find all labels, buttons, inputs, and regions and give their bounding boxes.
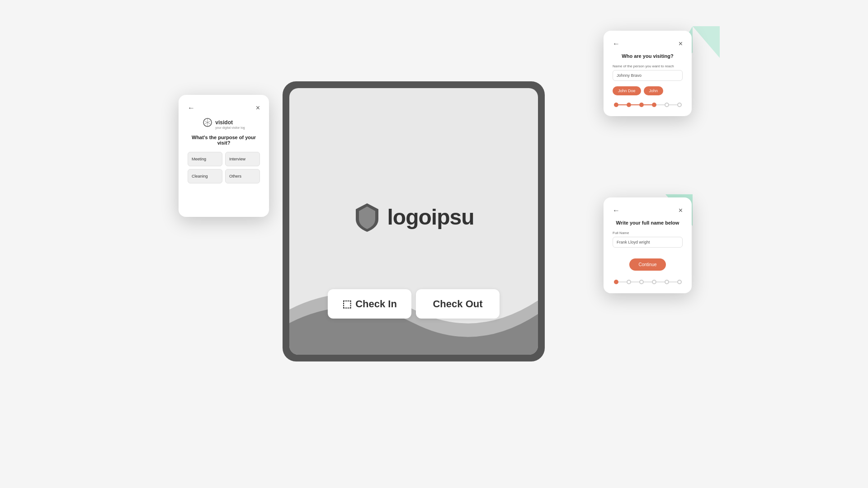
check-out-label: Check Out bbox=[433, 298, 482, 310]
dialog-fullname: ← × Write your full name below Full Name… bbox=[604, 197, 692, 293]
fullname-input[interactable] bbox=[613, 237, 683, 248]
dialog-fullname-header: ← × bbox=[613, 206, 683, 215]
purpose-interview-button[interactable]: Interview bbox=[225, 152, 260, 166]
progress-line-5 bbox=[669, 104, 677, 105]
dialog-visiting-header: ← × bbox=[613, 40, 683, 48]
svg-marker-0 bbox=[693, 26, 720, 58]
purpose-cleaning-button[interactable]: Cleaning bbox=[188, 169, 222, 183]
purpose-options-grid: Meeting Interview Cleaning Others bbox=[188, 152, 260, 183]
visidot-logo-group: visidot your digital visitor log bbox=[215, 118, 245, 129]
dialog-purpose-logo: visidot your digital visitor log bbox=[188, 117, 260, 129]
progress-line-3 bbox=[644, 104, 652, 105]
progress-dot-3 bbox=[639, 103, 644, 107]
visiting-progress-dots bbox=[613, 103, 683, 107]
fullname-progress-dot-1 bbox=[614, 280, 618, 284]
dialog-visiting-title: Who are you visiting? bbox=[613, 53, 683, 59]
progress-dot-2 bbox=[627, 103, 631, 107]
dialog-fullname-back-button[interactable]: ← bbox=[613, 206, 620, 215]
visiting-field-label: Name of the person you want to reach bbox=[613, 64, 683, 68]
fullname-progress-dot-3 bbox=[639, 280, 644, 284]
progress-line-2 bbox=[631, 104, 639, 105]
visidot-shield-icon bbox=[203, 117, 212, 129]
dialog-visiting: ← × Who are you visiting? Name of the pe… bbox=[604, 31, 692, 116]
visiting-name-input[interactable] bbox=[613, 70, 683, 81]
progress-dot-1 bbox=[614, 103, 618, 107]
suggestion-buttons: John Doe John bbox=[613, 86, 683, 95]
continue-button[interactable]: Continue bbox=[629, 258, 665, 271]
check-out-button[interactable]: Check Out bbox=[416, 289, 500, 319]
dialog-purpose: ← × visidot your digital visitor log Wha… bbox=[179, 95, 269, 217]
fullname-progress-line-5 bbox=[669, 282, 677, 282]
kiosk-logo-text: logoipsu bbox=[387, 205, 474, 230]
dialog-purpose-close-button[interactable]: × bbox=[256, 104, 260, 112]
fullname-progress-dots bbox=[613, 280, 683, 284]
fullname-progress-line-3 bbox=[644, 282, 652, 282]
visidot-tagline: your digital visitor log bbox=[215, 126, 245, 129]
progress-line-4 bbox=[656, 104, 665, 105]
purpose-meeting-button[interactable]: Meeting bbox=[188, 152, 222, 166]
dialog-purpose-header: ← × bbox=[188, 104, 260, 112]
kiosk-shield-icon bbox=[354, 201, 381, 233]
green-tri-icon-1 bbox=[693, 26, 720, 58]
fullname-progress-line-2 bbox=[631, 282, 639, 282]
kiosk-frame: logoipsu ⬚ Check In Check Out bbox=[283, 81, 545, 361]
fullname-field-label: Full Name bbox=[613, 231, 683, 235]
fullname-progress-line-4 bbox=[656, 282, 665, 282]
progress-dot-5 bbox=[665, 103, 669, 107]
check-in-label: Check In bbox=[355, 298, 397, 310]
visidot-name: visidot bbox=[215, 119, 233, 126]
kiosk-logo: logoipsu bbox=[354, 201, 474, 233]
suggestion-john-button[interactable]: John bbox=[644, 86, 664, 95]
progress-dot-6 bbox=[677, 103, 682, 107]
kiosk-action-buttons: ⬚ Check In Check Out bbox=[328, 289, 500, 319]
purpose-others-button[interactable]: Others bbox=[225, 169, 260, 183]
check-in-icon: ⬚ bbox=[342, 298, 352, 310]
fullname-progress-dot-6 bbox=[677, 280, 682, 284]
kiosk-screen: logoipsu ⬚ Check In Check Out bbox=[289, 88, 538, 355]
progress-line-1 bbox=[618, 104, 627, 105]
kiosk-device: logoipsu ⬚ Check In Check Out bbox=[260, 81, 576, 420]
dialog-fullname-close-button[interactable]: × bbox=[679, 206, 683, 215]
fullname-progress-dot-4 bbox=[652, 280, 656, 284]
dialog-visiting-back-button[interactable]: ← bbox=[613, 40, 620, 48]
progress-dot-4 bbox=[652, 103, 656, 107]
dialog-purpose-title: What's the purpose of your visit? bbox=[188, 135, 260, 145]
dialog-visiting-close-button[interactable]: × bbox=[679, 40, 683, 48]
fullname-progress-dot-2 bbox=[627, 280, 631, 284]
fullname-progress-line-1 bbox=[618, 282, 627, 282]
suggestion-john-doe-button[interactable]: John Doe bbox=[613, 86, 641, 95]
check-in-button[interactable]: ⬚ Check In bbox=[328, 289, 411, 319]
dialog-purpose-back-button[interactable]: ← bbox=[188, 104, 195, 112]
dialog-fullname-title: Write your full name below bbox=[613, 220, 683, 225]
fullname-progress-dot-5 bbox=[665, 280, 669, 284]
